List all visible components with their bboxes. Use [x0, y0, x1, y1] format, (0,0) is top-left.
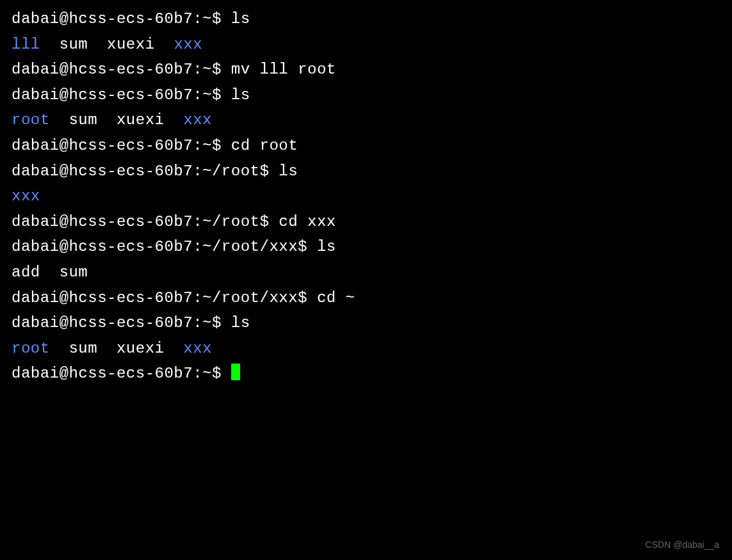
directory-entry: lll — [12, 36, 40, 53]
command-input: cd root — [231, 137, 298, 154]
watermark-text: CSDN @dabai__a — [646, 538, 719, 552]
ls-output-1: lll sum xuexi xxx — [12, 32, 720, 58]
prompt-line-7: dabai@hcss-ecs-60b7:~/root/xxx$ ls — [12, 234, 720, 260]
prompt-user: dabai — [12, 10, 60, 28]
prompt-line-3: dabai@hcss-ecs-60b7:~$ ls — [12, 83, 720, 108]
file-entry: sum — [69, 340, 97, 357]
directory-entry: xxx — [183, 340, 212, 357]
directory-entry: xxx — [12, 188, 40, 205]
prompt-path: ~ — [202, 10, 212, 28]
directory-entry: xxx — [174, 36, 202, 53]
prompt-line-current: dabai@hcss-ecs-60b7:~$ — [12, 361, 720, 387]
ls-output-4: add sum — [12, 260, 720, 285]
command-input: mv lll root — [231, 61, 336, 78]
file-entry: xuexi — [117, 111, 165, 129]
prompt-line-1: dabai@hcss-ecs-60b7:~$ ls — [12, 6, 720, 32]
ls-output-5: root sum xuexi xxx — [12, 336, 720, 362]
file-entry: xuexi — [117, 340, 165, 357]
command-input: cd xxx — [279, 213, 336, 230]
command-input: ls — [279, 163, 298, 180]
prompt-line-8: dabai@hcss-ecs-60b7:~/root/xxx$ cd ~ — [12, 285, 720, 311]
command-input: ls — [317, 238, 336, 255]
command-input: cd ~ — [317, 289, 355, 307]
command-input: ls — [231, 314, 250, 332]
file-entry: add sum — [12, 264, 88, 281]
prompt-line-9: dabai@hcss-ecs-60b7:~$ ls — [12, 310, 720, 336]
directory-entry: root — [12, 111, 50, 129]
prompt-host: hcss-ecs-60b7 — [69, 10, 193, 28]
prompt-dollar: $ — [212, 10, 231, 28]
directory-entry: xxx — [183, 111, 212, 129]
prompt-line-2: dabai@hcss-ecs-60b7:~$ mv lll root — [12, 57, 720, 83]
directory-entry: root — [12, 340, 50, 357]
ls-output-3: xxx — [12, 184, 720, 209]
prompt-line-5: dabai@hcss-ecs-60b7:~/root$ ls — [12, 159, 720, 184]
prompt-line-4: dabai@hcss-ecs-60b7:~$ cd root — [12, 133, 720, 159]
cursor-icon[interactable] — [231, 364, 240, 380]
terminal-window[interactable]: dabai@hcss-ecs-60b7:~$ ls lll sum xuexi … — [12, 6, 720, 387]
command-input: ls — [231, 86, 250, 104]
file-entry: sum — [69, 111, 97, 129]
file-entry: xuexi — [107, 36, 155, 53]
prompt-line-6: dabai@hcss-ecs-60b7:~/root$ cd xxx — [12, 209, 720, 235]
command-input: ls — [231, 10, 250, 28]
file-entry: sum — [60, 36, 88, 53]
ls-output-2: root sum xuexi xxx — [12, 108, 720, 133]
